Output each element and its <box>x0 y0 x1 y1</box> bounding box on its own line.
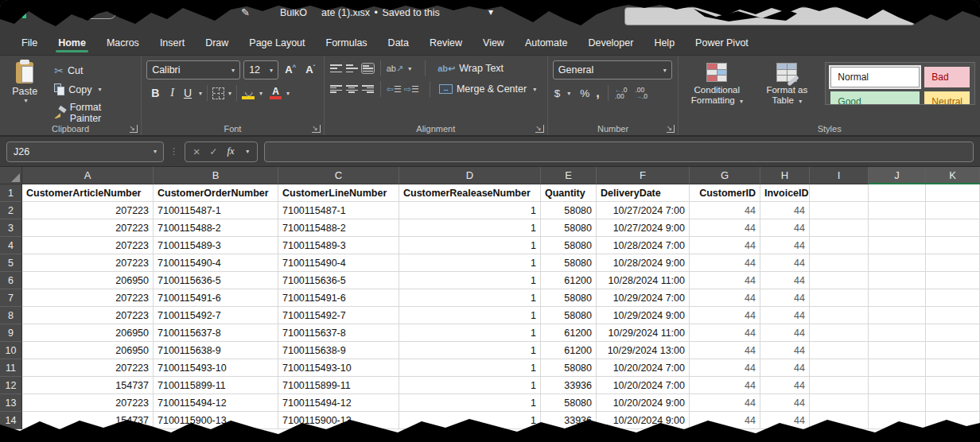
row-header-5[interactable]: 5 <box>0 254 22 272</box>
tab-automate[interactable]: Automate <box>515 30 578 55</box>
tab-data[interactable]: Data <box>378 30 419 55</box>
row-header-11[interactable]: 11 <box>0 359 22 377</box>
cell-I12[interactable] <box>810 377 869 394</box>
cell-E6[interactable]: 61200 <box>541 272 597 289</box>
chevron-down-icon[interactable]: ▾ <box>228 90 231 97</box>
cell-C2[interactable]: 7100115487-1 <box>278 202 399 219</box>
column-header-F[interactable]: F <box>597 167 690 184</box>
cell-I6[interactable] <box>810 272 869 289</box>
cell-I1[interactable] <box>810 184 869 202</box>
cell-A11[interactable]: 207223 <box>22 359 154 377</box>
cell-B6[interactable]: 7100115636-5 <box>154 272 278 289</box>
row-header-6[interactable]: 6 <box>0 272 22 289</box>
cell-J4[interactable] <box>869 237 926 254</box>
cell-C10[interactable]: 7100115638-9 <box>278 342 399 359</box>
row-header-9[interactable]: 9 <box>0 324 22 342</box>
cell-K13[interactable] <box>926 394 980 412</box>
cell-G8[interactable]: 44 <box>690 307 760 324</box>
cell-H12[interactable]: 44 <box>760 377 810 394</box>
cell-F14[interactable]: 10/20/2024 9:00 <box>597 412 690 429</box>
cell-F6[interactable]: 10/28/2024 11:00 <box>597 272 690 289</box>
chevron-down-icon[interactable]: ▾ <box>799 98 802 105</box>
cell-F3[interactable]: 10/27/2024 9:00 <box>597 219 690 237</box>
tab-insert[interactable]: Insert <box>150 30 195 55</box>
cell-G14[interactable]: 44 <box>690 412 760 429</box>
cell-E3[interactable]: 58080 <box>541 219 597 237</box>
cell-J13[interactable] <box>869 394 926 412</box>
cell-E12[interactable]: 33936 <box>541 377 597 394</box>
align-bottom-icon[interactable] <box>361 63 375 74</box>
cell-H7[interactable]: 44 <box>760 289 810 307</box>
cell-style-bad[interactable]: Bad <box>924 67 970 87</box>
cell-K10[interactable] <box>926 342 980 359</box>
cell-B2[interactable]: 7100115487-1 <box>154 202 278 219</box>
chevron-down-icon[interactable]: ▾ <box>199 90 202 97</box>
column-header-I[interactable]: I <box>810 167 869 184</box>
chevron-down-icon[interactable]: ▾ <box>246 148 249 155</box>
cell-I10[interactable] <box>810 342 869 359</box>
chevron-down-icon[interactable]: ▾ <box>259 90 262 97</box>
cell-G1[interactable]: CustomerID <box>690 184 760 202</box>
copy-button[interactable]: Copy ▾ <box>51 82 136 97</box>
font-color-button[interactable]: A <box>269 87 282 99</box>
select-all-corner[interactable] <box>0 167 22 184</box>
cell-G2[interactable]: 44 <box>690 202 760 219</box>
dialog-launcher-icon[interactable]: ↘ <box>535 125 544 133</box>
name-box[interactable]: J26 ▾ <box>6 142 164 162</box>
cell-H13[interactable]: 44 <box>760 394 810 412</box>
cell-C12[interactable]: 7100115899-11 <box>278 377 399 394</box>
align-left-icon[interactable] <box>329 83 343 95</box>
cell-B14[interactable]: 7100115900-13 <box>154 412 278 429</box>
enter-button[interactable]: ✓ <box>209 145 217 157</box>
cell-J14[interactable] <box>869 412 926 429</box>
currency-format-button[interactable]: $ <box>553 87 562 99</box>
row-header-14[interactable]: 14 <box>0 412 22 429</box>
cell-A9[interactable]: 206950 <box>22 324 154 342</box>
cancel-button[interactable]: × <box>193 145 200 158</box>
search-input[interactable] <box>624 7 915 25</box>
align-middle-icon[interactable] <box>345 63 359 74</box>
cell-H14[interactable]: 44 <box>760 412 810 429</box>
bold-button[interactable]: B <box>146 87 164 99</box>
cell-A7[interactable]: 207223 <box>22 289 154 307</box>
cell-K9[interactable] <box>926 324 980 342</box>
tab-draw[interactable]: Draw <box>195 30 239 55</box>
cell-F12[interactable]: 10/20/2024 7:00 <box>597 377 690 394</box>
column-header-E[interactable]: E <box>541 167 597 184</box>
cell-J9[interactable] <box>869 324 926 342</box>
cell-D1[interactable]: CustomerRealeaseNumber <box>399 184 541 202</box>
wrap-text-button[interactable]: ab↩ Wrap Text <box>434 61 507 76</box>
tab-formulas[interactable]: Formulas <box>316 30 378 55</box>
conditional-formatting-button[interactable]: ConditionalFormatting ▾ <box>683 60 750 121</box>
cell-H5[interactable]: 44 <box>760 254 810 272</box>
tab-help[interactable]: Help <box>644 30 685 55</box>
cell-C13[interactable]: 7100115494-12 <box>278 394 399 412</box>
borders-icon[interactable] <box>212 87 224 99</box>
cell-D3[interactable]: 1 <box>399 219 541 237</box>
cell-B1[interactable]: CustomerOrderNumber <box>154 184 278 202</box>
cell-K4[interactable] <box>926 237 980 254</box>
cell-J1[interactable] <box>869 184 926 202</box>
cell-J7[interactable] <box>869 289 926 307</box>
cell-E2[interactable]: 58080 <box>541 202 597 219</box>
cell-B5[interactable]: 7100115490-4 <box>154 254 278 272</box>
cell-B3[interactable]: 7100115488-2 <box>154 219 278 237</box>
cell-B10[interactable]: 7100115638-9 <box>154 342 278 359</box>
cell-B4[interactable]: 7100115489-3 <box>154 237 278 254</box>
decrease-decimal-button[interactable]: .00→.0 <box>635 87 648 99</box>
cell-K5[interactable] <box>926 254 980 272</box>
insert-function-button[interactable]: fx <box>227 145 234 157</box>
increase-decimal-button[interactable]: ←.0.00 <box>615 87 628 99</box>
cell-G4[interactable]: 44 <box>690 237 760 254</box>
document-title[interactable]: BulkO ate (1).xlsx • Saved to this <box>280 7 511 18</box>
chevron-down-icon[interactable]: ▾ <box>740 98 743 105</box>
cell-G9[interactable]: 44 <box>690 324 760 342</box>
tab-home[interactable]: Home <box>48 30 96 55</box>
cell-E4[interactable]: 58080 <box>541 237 597 254</box>
format-as-table-button[interactable]: Format asTable ▾ <box>753 60 820 121</box>
tab-developer[interactable]: Developer <box>578 30 644 55</box>
cell-H2[interactable]: 44 <box>760 202 810 219</box>
cell-D2[interactable]: 1 <box>399 202 541 219</box>
column-header-C[interactable]: C <box>278 167 399 184</box>
cell-H1[interactable]: InvoiceID <box>760 184 810 202</box>
